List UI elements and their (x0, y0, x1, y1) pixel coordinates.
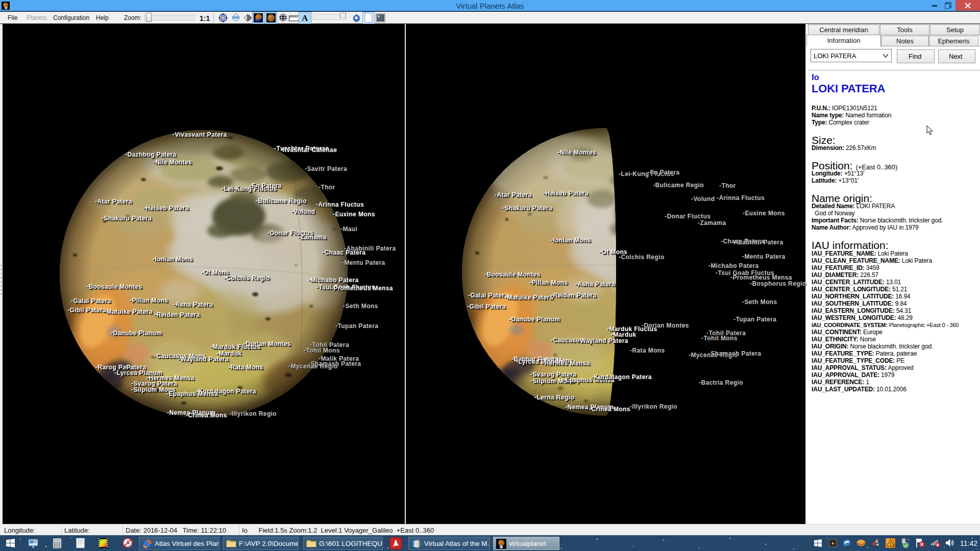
svg-text:★: ★ (830, 541, 835, 546)
